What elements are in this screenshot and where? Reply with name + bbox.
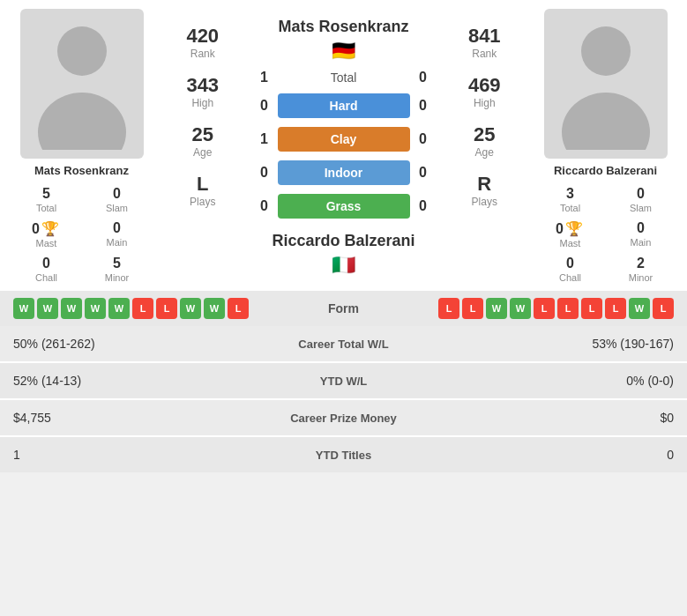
hard-badge: Hard: [278, 93, 410, 118]
player1-total-label: Total: [13, 203, 80, 213]
clay-badge: Clay: [278, 127, 410, 152]
stats-row-left: 50% (261-262): [13, 337, 256, 351]
player1-age-block: 25 Age: [192, 123, 213, 159]
player2-total-cell: 3 Total: [535, 182, 606, 217]
player2-total-value: 3: [537, 186, 604, 202]
svg-point-3: [562, 93, 650, 150]
form-badge: W: [85, 298, 106, 319]
clay-row: 1 Clay 0: [251, 127, 437, 152]
player1-middle-stats: 420 Rank 343 High 25 Age L Plays: [163, 9, 243, 286]
player1-age-label: Age: [192, 146, 213, 159]
player1-plays-value: L: [190, 173, 215, 196]
player1-total-cell: 5 Total: [11, 182, 82, 217]
player1-chall-label: Chall: [13, 272, 80, 283]
player1-rank-label: Rank: [186, 48, 219, 60]
form-badge: W: [61, 298, 82, 319]
player2-age-label: Age: [474, 146, 495, 159]
player2-high-block: 469 High: [468, 74, 501, 109]
stats-row: 50% (261-262)Career Total W/L53% (190-16…: [0, 326, 687, 361]
player2-main-label: Main: [608, 237, 675, 248]
grass-badge: Grass: [278, 194, 410, 219]
form-badge: W: [180, 298, 201, 319]
form-badge: W: [13, 298, 34, 319]
player1-card: Mats Rosenkranz 5 Total 0 Slam 0 🏆 Mast: [0, 9, 163, 286]
player2-rank-block: 841 Rank: [468, 25, 501, 60]
player1-plays-block: L Plays: [190, 173, 215, 208]
player2-chall-label: Chall: [537, 272, 604, 283]
player1-stats: 5 Total 0 Slam 0 🏆 Mast 0 Main: [11, 182, 153, 286]
form-badge: W: [510, 298, 531, 319]
form-badge: L: [581, 298, 602, 319]
form-section: WWWWWLLWWL Form LLWWLLLLWL: [0, 291, 687, 326]
player1-mast-label: Mast: [13, 238, 80, 249]
player2-high-value: 469: [468, 74, 501, 97]
total-label: Total: [278, 71, 410, 85]
form-label: Form: [291, 301, 397, 315]
player2-chall-cell: 0 Chall: [535, 252, 606, 286]
player2-middle-stats: 841 Rank 469 High 25 Age R Plays: [445, 9, 525, 286]
player2-mast-label: Mast: [537, 238, 604, 249]
player1-mast-cell: 0 🏆 Mast: [11, 217, 82, 252]
hard-score-left: 0: [251, 98, 278, 114]
form-badge: L: [653, 298, 674, 319]
player1-slam-label: Slam: [84, 203, 151, 213]
player2-mast-value: 0 🏆: [537, 220, 604, 237]
indoor-score-left: 0: [251, 165, 278, 181]
player2-stats: 3 Total 0 Slam 0 🏆 Mast 0 Main: [535, 182, 676, 286]
stats-row-right: 0: [432, 448, 675, 462]
stats-row: $4,755Career Prize Money$0: [0, 400, 687, 435]
stats-row: 52% (14-13)YTD W/L0% (0-0): [0, 363, 687, 398]
grass-score-right: 0: [410, 198, 437, 214]
stats-row-right: 0% (0-0): [432, 374, 675, 388]
player1-form-badges: WWWWWLLWWL: [13, 298, 291, 319]
stats-row-label: YTD W/L: [256, 375, 432, 388]
player1-chall-cell: 0 Chall: [11, 252, 82, 286]
player2-avatar: [544, 9, 668, 159]
total-score-right: 0: [410, 70, 437, 85]
player1-main-value: 0: [84, 220, 151, 236]
player2-slam-cell: 0 Slam: [606, 182, 676, 217]
stats-row: 1YTD Titles0: [0, 437, 687, 472]
player2-chall-value: 0: [537, 256, 604, 271]
player2-mast-cell: 0 🏆 Mast: [535, 217, 606, 252]
player2-slam-value: 0: [608, 186, 675, 202]
hard-score-right: 0: [410, 98, 437, 114]
clay-score-right: 0: [410, 131, 437, 147]
player1-main-cell: 0 Main: [82, 217, 153, 252]
form-badge: L: [438, 298, 459, 319]
player1-flag: 🇩🇪: [332, 40, 355, 63]
player1-high-block: 343 High: [186, 74, 219, 109]
player2-main-value: 0: [608, 220, 675, 236]
main-container: Mats Rosenkranz 5 Total 0 Slam 0 🏆 Mast: [0, 0, 687, 472]
player1-total-value: 5: [13, 186, 80, 202]
player2-minor-value: 2: [608, 256, 675, 271]
player2-name: Riccardo Balzerani: [554, 164, 657, 177]
player1-plays-label: Plays: [190, 196, 215, 208]
player1-slam-cell: 0 Slam: [82, 182, 153, 217]
total-score-left: 1: [251, 70, 278, 85]
form-badge: W: [108, 298, 130, 319]
player2-rank-label: Rank: [468, 48, 501, 60]
form-badge: L: [557, 298, 579, 319]
player2-flag: 🇮🇹: [332, 254, 355, 277]
form-badge: L: [462, 298, 483, 319]
player1-age-value: 25: [192, 123, 213, 146]
form-badge: W: [486, 298, 507, 319]
stats-row-label: YTD Titles: [256, 449, 432, 462]
form-badge: W: [37, 298, 58, 319]
center-comparison: Mats Rosenkranz 🇩🇪 1 Total 0 0 Hard 0 1 …: [243, 9, 445, 286]
stats-rows: 50% (261-262)Career Total W/L53% (190-16…: [0, 326, 687, 472]
player-section: Mats Rosenkranz 5 Total 0 Slam 0 🏆 Mast: [0, 0, 687, 286]
grass-row: 0 Grass 0: [251, 194, 437, 219]
player1-minor-label: Minor: [84, 272, 151, 283]
form-badge: W: [629, 298, 650, 319]
player1-name-top: Mats Rosenkranz: [278, 18, 408, 36]
svg-point-2: [581, 26, 631, 76]
stats-row-left: $4,755: [13, 411, 256, 425]
clay-score-left: 1: [251, 131, 278, 147]
svg-point-0: [57, 26, 107, 76]
form-badge: L: [534, 298, 555, 319]
player2-age-block: 25 Age: [474, 123, 495, 159]
player1-main-label: Main: [84, 237, 151, 248]
stats-row-left: 52% (14-13): [13, 374, 256, 388]
